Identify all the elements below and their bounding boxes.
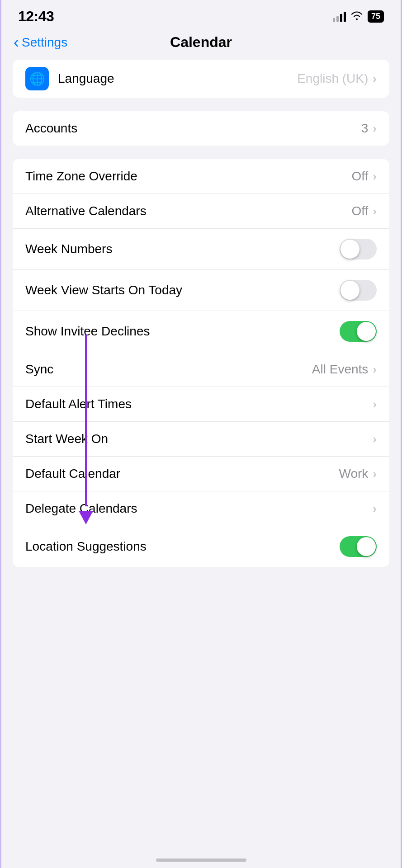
invitee-declines-toggle[interactable] [340,321,377,342]
battery-level: 75 [371,12,380,21]
toggle-knob [357,322,376,341]
timezone-label: Time Zone Override [25,169,351,184]
accounts-label: Accounts [25,121,361,136]
page-title: Calendar [170,34,232,51]
signal-icon [333,12,346,22]
week-numbers-label: Week Numbers [25,242,340,256]
week-view-row: Week View Starts On Today [13,270,389,311]
sync-value: All Events [312,362,369,377]
alert-times-row[interactable]: Default Alert Times › [13,387,389,422]
location-suggestions-row: Location Suggestions [13,526,389,567]
toggle-knob [357,537,376,556]
alert-times-chevron-icon: › [373,397,377,411]
globe-icon: 🌐 [29,71,45,86]
language-label: Language [58,71,297,86]
default-calendar-label: Default Calendar [25,467,339,481]
toggle-knob [341,281,359,300]
default-calendar-row[interactable]: Default Calendar Work › [13,457,389,491]
language-section: 🌐 Language English (UK) › [13,60,389,98]
location-suggestions-label: Location Suggestions [25,539,340,554]
invitee-declines-row: Show Invitee Declines [13,311,389,352]
timezone-value: Off [351,169,368,184]
back-button[interactable]: ‹ Settings [14,34,67,51]
wifi-icon [350,10,363,23]
default-calendar-chevron-icon: › [373,467,377,481]
week-numbers-toggle[interactable] [340,239,377,259]
language-row[interactable]: 🌐 Language English (UK) › [13,60,389,98]
sync-row[interactable]: Sync All Events › [13,352,389,387]
timezone-row[interactable]: Time Zone Override Off › [13,159,389,194]
week-view-toggle[interactable] [340,280,377,301]
status-bar: 12:43 75 [0,0,402,29]
alt-calendars-chevron-icon: › [373,204,377,218]
language-value: English (UK) [297,71,368,86]
alt-calendars-row[interactable]: Alternative Calendars Off › [13,194,389,229]
week-numbers-row: Week Numbers [13,229,389,270]
nav-bar: ‹ Settings Calendar [0,29,402,60]
toggle-knob [341,240,359,259]
invitee-declines-label: Show Invitee Declines [25,324,340,339]
home-indicator [156,859,246,862]
status-time: 12:43 [18,8,54,25]
alt-calendars-value: Off [351,204,368,218]
alert-times-label: Default Alert Times [25,397,373,411]
battery-icon: 75 [368,10,384,23]
accounts-section: Accounts 3 › [13,111,389,146]
week-view-label: Week View Starts On Today [25,283,340,297]
delegate-calendars-label: Delegate Calendars [25,501,373,516]
default-calendar-value: Work [339,467,369,481]
accounts-chevron-icon: › [373,122,377,136]
calendar-settings-section: Time Zone Override Off › Alternative Cal… [13,159,389,567]
language-icon: 🌐 [25,67,49,90]
delegate-calendars-chevron-icon: › [373,502,377,516]
timezone-chevron-icon: › [373,170,377,184]
back-chevron-icon: ‹ [14,34,19,51]
accounts-value: 3 [361,121,369,136]
alt-calendars-label: Alternative Calendars [25,204,351,218]
accounts-row[interactable]: Accounts 3 › [13,111,389,146]
start-week-row[interactable]: Start Week On › [13,422,389,457]
sync-label: Sync [25,362,312,377]
sync-chevron-icon: › [373,363,377,377]
language-chevron-icon: › [373,72,377,86]
location-suggestions-toggle[interactable] [340,536,377,557]
delegate-calendars-row[interactable]: Delegate Calendars › [13,491,389,526]
back-label[interactable]: Settings [22,35,67,50]
start-week-chevron-icon: › [373,432,377,446]
status-icons: 75 [333,10,384,23]
start-week-label: Start Week On [25,432,373,446]
